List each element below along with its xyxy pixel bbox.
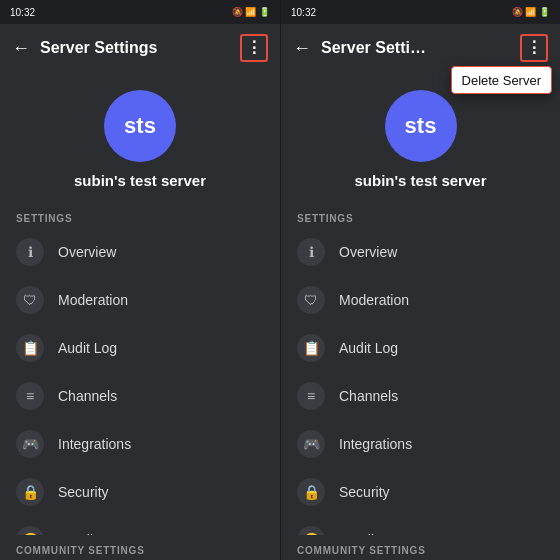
phone-panel-left: 10:32 🔕 📶 🔋 ←Server Settings⋮stssubin's … (0, 0, 280, 560)
settings-section-label: SETTINGS (281, 203, 560, 228)
server-avatar: sts (385, 90, 457, 162)
server-info: stssubin's test server (0, 72, 280, 203)
status-bar: 10:32 🔕 📶 🔋 (0, 0, 280, 24)
settings-list: ℹOverview🛡Moderation📋Audit Log≡Channels🎮… (281, 228, 560, 535)
delete-server-option[interactable]: Delete Server (462, 73, 541, 88)
settings-item-moderation[interactable]: 🛡Moderation (0, 276, 280, 324)
server-avatar: sts (104, 90, 176, 162)
dropdown-menu[interactable]: Delete Server (451, 66, 552, 94)
community-section-label: COMMUNITY SETTINGS (0, 535, 280, 560)
settings-item-audit-log[interactable]: 📋Audit Log (281, 324, 560, 372)
security-label: Security (339, 484, 390, 500)
channels-icon: ≡ (16, 382, 44, 410)
audit log-icon: 📋 (297, 334, 325, 362)
settings-item-integrations[interactable]: 🎮Integrations (0, 420, 280, 468)
top-bar: ←Server Setti…⋮Delete Server (281, 24, 560, 72)
security-label: Security (58, 484, 109, 500)
status-icons: 🔕 📶 🔋 (512, 7, 550, 17)
back-button[interactable]: ← (293, 38, 311, 59)
server-name: subin's test server (355, 172, 487, 189)
page-title: Server Setti… (321, 39, 510, 57)
settings-item-channels[interactable]: ≡Channels (0, 372, 280, 420)
more-dots-icon: ⋮ (246, 40, 262, 56)
channels-label: Channels (58, 388, 117, 404)
community-section-label: COMMUNITY SETTINGS (281, 535, 560, 560)
overview-label: Overview (339, 244, 397, 260)
overview-label: Overview (58, 244, 116, 260)
audit log-label: Audit Log (58, 340, 117, 356)
settings-item-moderation[interactable]: 🛡Moderation (281, 276, 560, 324)
channels-label: Channels (339, 388, 398, 404)
status-time: 10:32 (10, 7, 35, 18)
status-bar: 10:32 🔕 📶 🔋 (281, 0, 560, 24)
audit log-label: Audit Log (339, 340, 398, 356)
settings-item-security[interactable]: 🔒Security (0, 468, 280, 516)
settings-item-security[interactable]: 🔒Security (281, 468, 560, 516)
status-icons: 🔕 📶 🔋 (232, 7, 270, 17)
settings-item-overview[interactable]: ℹOverview (281, 228, 560, 276)
moderation-icon: 🛡 (16, 286, 44, 314)
top-bar: ←Server Settings⋮ (0, 24, 280, 72)
integrations-label: Integrations (339, 436, 412, 452)
settings-item-audit-log[interactable]: 📋Audit Log (0, 324, 280, 372)
overview-icon: ℹ (297, 238, 325, 266)
server-name: subin's test server (74, 172, 206, 189)
settings-item-channels[interactable]: ≡Channels (281, 372, 560, 420)
settings-list: ℹOverview🛡Moderation📋Audit Log≡Channels🎮… (0, 228, 280, 535)
more-options-button[interactable]: ⋮ (520, 34, 548, 62)
settings-item-integrations[interactable]: 🎮Integrations (281, 420, 560, 468)
overview-icon: ℹ (16, 238, 44, 266)
settings-section-label: SETTINGS (0, 203, 280, 228)
integrations-label: Integrations (58, 436, 131, 452)
integrations-icon: 🎮 (16, 430, 44, 458)
moderation-icon: 🛡 (297, 286, 325, 314)
more-options-button[interactable]: ⋮ (240, 34, 268, 62)
settings-item-emoji[interactable]: 🙂Emoji (281, 516, 560, 535)
settings-item-emoji[interactable]: 🙂Emoji (0, 516, 280, 535)
phone-panel-right: 10:32 🔕 📶 🔋 ←Server Setti…⋮Delete Server… (280, 0, 560, 560)
emoji-icon: 🙂 (297, 526, 325, 535)
more-dots-icon: ⋮ (526, 40, 542, 56)
audit log-icon: 📋 (16, 334, 44, 362)
integrations-icon: 🎮 (297, 430, 325, 458)
settings-item-overview[interactable]: ℹOverview (0, 228, 280, 276)
security-icon: 🔒 (297, 478, 325, 506)
emoji-icon: 🙂 (16, 526, 44, 535)
security-icon: 🔒 (16, 478, 44, 506)
page-title: Server Settings (40, 39, 230, 57)
back-button[interactable]: ← (12, 38, 30, 59)
moderation-label: Moderation (339, 292, 409, 308)
channels-icon: ≡ (297, 382, 325, 410)
status-time: 10:32 (291, 7, 316, 18)
moderation-label: Moderation (58, 292, 128, 308)
